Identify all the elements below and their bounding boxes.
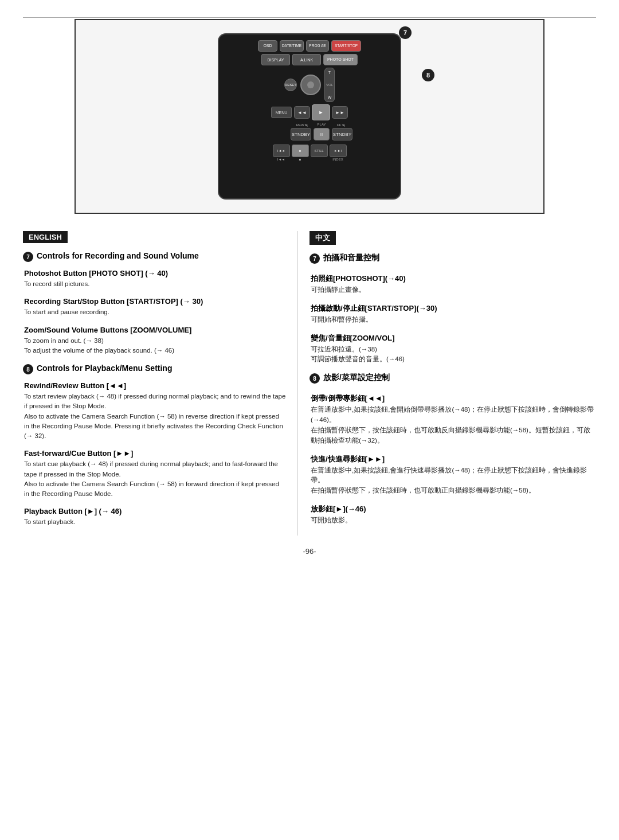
bullet-8: 8 bbox=[23, 364, 33, 374]
chinese-header: 中文 bbox=[310, 231, 336, 245]
zoom-vol-text: To zoom in and out. (→ 38) To adjust the… bbox=[24, 336, 286, 356]
ff-label: FF ≒ bbox=[333, 123, 349, 127]
start-stop-section: Recording Start/Stop Button [START/STOP]… bbox=[23, 297, 286, 317]
remote-bottom-nav: STNDBY II STNDBY bbox=[267, 128, 352, 140]
content-columns: ENGLISH 7 Controls for Recording and Sou… bbox=[23, 231, 596, 536]
start-stop-heading: Recording Start/Stop Button [START/STOP]… bbox=[24, 297, 286, 306]
ch-zoom-vol-heading: 變焦/音量鈕[ZOOM/VOL] bbox=[311, 333, 596, 343]
zoom-volume-button[interactable]: T VOL W bbox=[324, 68, 335, 102]
remote-third-row: RESET T VOL W bbox=[284, 68, 335, 102]
pause-button[interactable]: II bbox=[314, 128, 330, 140]
playback-section: Playback Button [►] (→ 46) To start play… bbox=[23, 507, 286, 527]
playback-text: To start playback. bbox=[24, 517, 286, 527]
ch-ff-heading: 快進/快進尋影鈕[►►] bbox=[311, 454, 596, 464]
zoom-w-label: W bbox=[328, 95, 332, 99]
menu-button[interactable]: MENU bbox=[271, 107, 292, 118]
stdby-btn2[interactable]: STNDBY bbox=[332, 128, 352, 140]
remote-control: 7 8 OSD DATE/TIME PROG AE START/STOP DIS… bbox=[218, 33, 401, 200]
ff-button[interactable]: ►► bbox=[332, 106, 348, 119]
bullet-7: 7 bbox=[23, 252, 33, 262]
playback-heading: Playback Button [►] (→ 46) bbox=[24, 507, 286, 515]
ch-ff-text: 在普通放影中,如果按該鈕,會進行快速尋影播放(→48)；在停止狀態下按該鈕時，會… bbox=[311, 466, 596, 496]
ch-start-stop: 拍攝啟動/停止鈕[START/STOP](→30) 可開始和暫停拍攝。 bbox=[310, 303, 596, 325]
stop-button[interactable]: ■ bbox=[292, 144, 309, 157]
page-number: -96- bbox=[23, 547, 596, 556]
section7-heading: 7 Controls for Recording and Sound Volum… bbox=[23, 251, 286, 262]
ch-playback: 放影鈕[►](→46) 可開始放影。 bbox=[310, 504, 596, 526]
section7-title: Controls for Recording and Sound Volume bbox=[37, 251, 199, 260]
stdby-btn[interactable]: STNDBY bbox=[291, 128, 311, 140]
badge-8: 8 bbox=[422, 69, 434, 81]
ch-start-stop-heading: 拍攝啟動/停止鈕[START/STOP](→30) bbox=[311, 303, 596, 314]
rewind-section: Rewind/Review Button [◄◄] To start revie… bbox=[23, 381, 286, 441]
rew-button[interactable]: ◄◄ bbox=[294, 106, 310, 119]
zoom-vol-section: Zoom/Sound Volume Buttons [ZOOM/VOLUME] … bbox=[23, 326, 286, 356]
remote-top-row: OSD DATE/TIME PROG AE START/STOP bbox=[258, 40, 361, 52]
start-stop-text: To start and pause recording. bbox=[24, 307, 286, 317]
remote-nav-row: MENU ◄◄ ► ►► bbox=[271, 104, 348, 120]
ch-rewind-heading: 倒帶/倒帶專影鈕[◄◄] bbox=[311, 393, 596, 404]
ch-section8-title: 放影/菜單設定控制 bbox=[323, 373, 390, 383]
ch-ff: 快進/快進尋影鈕[►►] 在普通放影中,如果按該鈕,會進行快速尋影播放(→48)… bbox=[310, 454, 596, 496]
english-column: ENGLISH 7 Controls for Recording and Sou… bbox=[23, 231, 298, 536]
index-labels: I◄◄ ■ INDEX bbox=[273, 158, 347, 161]
ch-section7-title: 拍攝和音量控制 bbox=[323, 253, 379, 263]
section8-title: Controls for Playback/Menu Setting bbox=[37, 364, 172, 373]
chinese-column: 中文 7 拍攝和音量控制 拍照鈕[PHOTOSHOT](→40) 可拍攝靜止畫像… bbox=[298, 231, 596, 536]
display-button[interactable]: DISPLAY bbox=[261, 54, 290, 65]
prog-ae-button[interactable]: PROG AE bbox=[306, 40, 329, 52]
remote-labels-row: REW ≒ PLAY FF ≒ bbox=[270, 123, 349, 127]
remote-image-area: 7 8 OSD DATE/TIME PROG AE START/STOP DIS… bbox=[75, 19, 544, 214]
rewind-text: To start review playback (→ 48) if press… bbox=[24, 392, 286, 441]
osd-button[interactable]: OSD bbox=[258, 40, 277, 52]
page: 7 8 OSD DATE/TIME PROG AE START/STOP DIS… bbox=[0, 0, 619, 840]
ch-bullet-7: 7 bbox=[310, 253, 320, 264]
playback-nav: ◄◄ ► ►► bbox=[294, 104, 348, 120]
ch-playback-heading: 放影鈕[►](→46) bbox=[311, 504, 596, 514]
reset-button[interactable]: RESET bbox=[284, 79, 297, 91]
joystick[interactable] bbox=[300, 75, 321, 95]
ch-start-stop-text: 可開始和暫停拍攝。 bbox=[311, 315, 596, 325]
ch-photoshot-heading: 拍照鈕[PHOTOSHOT](→40) bbox=[311, 274, 596, 284]
ch-zoom-vol-text: 可拉近和拉遠。(→38) 可調節播放聲音的音量。(→46) bbox=[311, 345, 596, 365]
play-label: PLAY bbox=[312, 123, 331, 127]
start-stop-button[interactable]: START/STOP bbox=[331, 40, 361, 52]
ch-section8-heading: 8 放影/菜單設定控制 bbox=[310, 373, 596, 386]
play-button[interactable]: ► bbox=[312, 104, 330, 120]
i44-button[interactable]: I◄◄ bbox=[273, 144, 290, 157]
ch-photoshot-text: 可拍攝靜止畫像。 bbox=[311, 285, 596, 295]
rew-label: REW ≒ bbox=[294, 123, 310, 127]
photoshot-text: To record still pictures. bbox=[24, 279, 286, 289]
photoshot-button[interactable]: PHOTO SHOT bbox=[323, 54, 358, 65]
remote-index-row: I◄◄ ■ STILL ►►I bbox=[273, 144, 347, 157]
date-time-button[interactable]: DATE/TIME bbox=[280, 40, 304, 52]
ffi-button[interactable]: ►►I bbox=[330, 144, 347, 157]
zoom-t-label: T bbox=[328, 71, 331, 75]
zoom-vol-heading: Zoom/Sound Volume Buttons [ZOOM/VOLUME] bbox=[24, 326, 286, 334]
ch-rewind-text: 在普通放影中,如果按該鈕,會開始倒帶尋影播放(→48)；在停止狀態下按該鈕時，會… bbox=[311, 405, 596, 446]
photoshot-section: Photoshot Button [PHOTO SHOT] (→ 40) To … bbox=[23, 269, 286, 289]
ch-zoom-vol: 變焦/音量鈕[ZOOM/VOL] 可拉近和拉遠。(→38) 可調節播放聲音的音量… bbox=[310, 333, 596, 365]
ff-text: To start cue playback (→ 48) if pressed … bbox=[24, 459, 286, 499]
photoshot-heading: Photoshot Button [PHOTO SHOT] (→ 40) bbox=[24, 269, 286, 278]
volume-label: VOL bbox=[326, 83, 333, 87]
remote-second-row: DISPLAY A.LINK PHOTO SHOT bbox=[261, 54, 358, 65]
badge-7: 7 bbox=[399, 26, 412, 39]
ch-bullet-8: 8 bbox=[310, 373, 320, 384]
ch-rewind: 倒帶/倒帶專影鈕[◄◄] 在普通放影中,如果按該鈕,會開始倒帶尋影播放(→48)… bbox=[310, 393, 596, 446]
a-link-button[interactable]: A.LINK bbox=[292, 54, 321, 65]
section8-heading: 8 Controls for Playback/Menu Setting bbox=[23, 364, 286, 374]
ch-playback-text: 可開始放影。 bbox=[311, 515, 596, 526]
still-button[interactable]: STILL bbox=[311, 144, 328, 157]
ch-photoshot: 拍照鈕[PHOTOSHOT](→40) 可拍攝靜止畫像。 bbox=[310, 274, 596, 295]
rewind-heading: Rewind/Review Button [◄◄] bbox=[24, 381, 286, 390]
ff-heading: Fast-forward/Cue Button [►►] bbox=[24, 449, 286, 458]
ch-section7-heading: 7 拍攝和音量控制 bbox=[310, 253, 596, 267]
ff-section: Fast-forward/Cue Button [►►] To start cu… bbox=[23, 449, 286, 499]
english-header: ENGLISH bbox=[23, 231, 68, 243]
